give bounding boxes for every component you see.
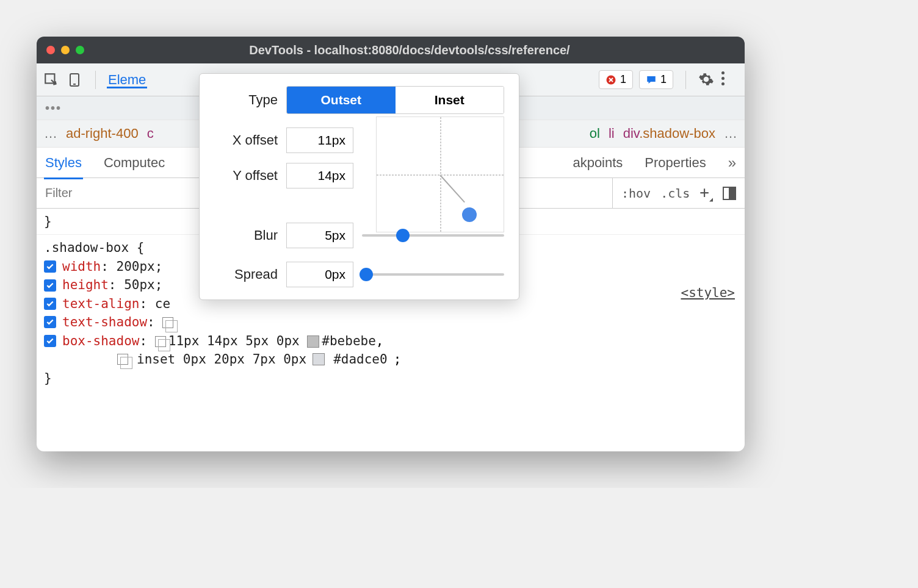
css-rule[interactable]: box-shadow: 11px 14px 5px 0px #bebebe, (44, 332, 737, 350)
breadcrumb-item[interactable]: ad-right-400 (66, 126, 139, 142)
errors-badge[interactable]: 1 (599, 70, 633, 89)
blur-slider[interactable] (362, 234, 504, 237)
devtools-window: DevTools - localhost:8080/docs/devtools/… (37, 37, 745, 451)
shadow-editor-icon[interactable] (117, 354, 128, 365)
hov-toggle[interactable]: :hov (621, 186, 651, 201)
device-toggle-icon[interactable] (66, 71, 83, 88)
inspect-icon[interactable] (43, 71, 60, 88)
blur-input[interactable] (286, 223, 353, 248)
rule-checkbox[interactable] (44, 316, 56, 328)
cls-toggle[interactable]: .cls (660, 186, 690, 201)
messages-badge[interactable]: 1 (639, 70, 673, 89)
color-swatch[interactable] (307, 335, 319, 348)
rule-checkbox[interactable] (44, 298, 56, 310)
breadcrumb-ellipsis: … (724, 126, 737, 142)
messages-count: 1 (660, 73, 667, 86)
tab-properties[interactable]: Properties (645, 155, 706, 171)
close-icon[interactable] (46, 46, 55, 54)
spread-input[interactable] (286, 262, 353, 287)
maximize-icon[interactable] (76, 46, 84, 54)
breadcrumb-item[interactable]: c (147, 126, 154, 142)
type-segmented: Outset Inset (286, 86, 504, 114)
rule-checkbox[interactable] (44, 279, 56, 292)
divider (685, 71, 686, 89)
slider-thumb[interactable] (360, 268, 373, 281)
spread-slider[interactable] (362, 273, 504, 276)
css-rule-continuation[interactable]: inset 0px 20px 7px 0px #dadce0; (44, 350, 737, 368)
shadow-editor-icon[interactable] (162, 317, 173, 328)
breadcrumb-item[interactable]: ol (590, 126, 600, 142)
y-offset-label: Y offset (214, 168, 278, 184)
inset-button[interactable]: Inset (396, 87, 504, 113)
tab-elements[interactable]: Eleme (108, 72, 146, 88)
panel-toggle-icon[interactable] (723, 187, 736, 200)
xy-handle[interactable] (462, 207, 477, 222)
divider (95, 71, 96, 89)
css-brace: } (44, 369, 737, 387)
titlebar: DevTools - localhost:8080/docs/devtools/… (37, 37, 745, 63)
chevron-right-icon[interactable]: » (728, 154, 736, 171)
spread-label: Spread (214, 267, 278, 282)
rule-checkbox[interactable] (44, 260, 56, 273)
new-style-button[interactable]: +◢ (699, 183, 713, 203)
outset-button[interactable]: Outset (287, 87, 396, 113)
x-offset-label: X offset (214, 132, 278, 148)
gear-icon[interactable] (698, 71, 715, 88)
ellipsis-icon: ••• (45, 101, 62, 115)
breadcrumb-ellipsis: … (44, 126, 57, 142)
errors-count: 1 (620, 73, 626, 86)
y-offset-input[interactable] (286, 163, 353, 188)
minimize-icon[interactable] (61, 46, 70, 54)
type-label: Type (214, 92, 278, 108)
tab-computed[interactable]: Computec (104, 155, 165, 171)
slider-thumb[interactable] (396, 229, 410, 242)
breadcrumb-item[interactable]: div.shadow-box (623, 126, 715, 142)
shadow-editor-popup: Type Outset Inset X offset Y offset Blur… (199, 73, 519, 300)
blur-label: Blur (214, 228, 278, 243)
more-icon[interactable] (721, 71, 739, 88)
tab-breakpoints[interactable]: akpoints (573, 155, 623, 171)
rule-checkbox[interactable] (44, 335, 56, 347)
window-title: DevTools - localhost:8080/docs/devtools/… (84, 43, 735, 57)
breadcrumb-item[interactable]: li (609, 126, 615, 142)
color-swatch[interactable] (313, 353, 325, 365)
traffic-lights (46, 46, 84, 54)
css-rule[interactable]: text-shadow: (44, 313, 737, 331)
stylesheet-link[interactable]: <style> (681, 285, 735, 300)
x-offset-input[interactable] (286, 127, 353, 153)
shadow-editor-icon[interactable] (155, 336, 166, 347)
tab-styles[interactable]: Styles (45, 155, 82, 171)
xy-offset-grid[interactable] (376, 117, 504, 232)
